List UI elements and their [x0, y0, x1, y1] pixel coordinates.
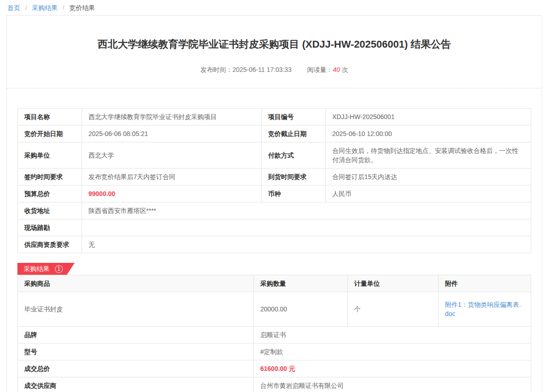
badge-label: 采购结果 [24, 265, 49, 272]
budget-total-value: 99000.00 [82, 185, 262, 202]
field-value: XDJJ-HW-202506001 [326, 109, 531, 125]
column-header-attachment: 附件 [439, 275, 531, 292]
field-label: 预算总价 [18, 185, 82, 202]
table-row: 供应商资质要求 无 [18, 236, 531, 253]
breadcrumb-separator: / [63, 4, 65, 11]
table-row: 预算总价 99000.00 币种 人民币 [18, 185, 531, 202]
table-header-row: 采购商品 采购数量 计量单位 附件 [18, 275, 531, 292]
publish-time-value: 2025-06-11 17:03:33 [232, 66, 291, 73]
field-label: 供应商资质要求 [18, 236, 82, 253]
procurement-result-badge: 采购结果 1 [17, 263, 75, 275]
breadcrumb-home-link[interactable]: 首页 [7, 4, 20, 11]
page-title: 西北大学继续教育学院毕业证书封皮采购项目 (XDJJ-HW-202506001)… [36, 38, 513, 51]
views-label: 阅读量： [307, 66, 333, 73]
field-value: 2025-06-10 12:00:00 [326, 125, 531, 142]
table-row: 型号 #定制款 [18, 343, 531, 360]
field-value: 陕西省西安市雁塔区**** [82, 202, 531, 219]
column-header-quantity: 采购数量 [254, 275, 348, 292]
field-label: 采购单位 [18, 142, 82, 169]
field-value: 发布竞价结果后7天内签订合同 [82, 169, 262, 185]
field-value: #定制款 [254, 343, 531, 360]
table-row: 收货地址 陕西省西安市雁塔区**** [18, 202, 531, 219]
announcement-card: 西北大学继续教育学院毕业证书封皮采购项目 (XDJJ-HW-202506001)… [6, 15, 542, 392]
breadcrumb-procurement-results-link[interactable]: 采购结果 [32, 4, 58, 11]
breadcrumb-separator: / [25, 4, 27, 11]
field-value: 合同签订后15天内送达 [326, 169, 531, 185]
product-quantity: 20000.00 [254, 292, 348, 327]
procurement-result-table: 采购商品 采购数量 计量单位 附件 毕业证书封皮 20000.00 个 附件1：… [17, 275, 531, 392]
field-label: 签约时间要求 [18, 169, 82, 185]
views-unit: 次 [342, 66, 348, 73]
table-row: 成交供应商 台州市黄岩启顺证书有限公司 [18, 377, 531, 392]
field-label: 项目编号 [262, 109, 326, 125]
views-count: 40 [333, 66, 340, 73]
field-label: 到货时间要求 [262, 169, 326, 185]
table-row: 品牌 启顺证书 [18, 327, 531, 343]
attachment-link[interactable]: 附件1：货物类响应偏离表.doc [445, 301, 521, 317]
product-unit: 个 [348, 292, 439, 327]
field-label: 项目名称 [18, 109, 82, 125]
column-header-unit: 计量单位 [348, 275, 439, 292]
field-label: 币种 [262, 185, 326, 202]
product-name: 毕业证书封皮 [18, 292, 254, 327]
publish-time-label: 发布时间： [200, 66, 232, 73]
table-row: 签约时间要求 发布竞价结果后7天内签订合同 到货时间要求 合同签订后15天内送达 [18, 169, 531, 185]
field-label: 现场踏勘 [18, 219, 82, 236]
field-label: 成交供应商 [18, 377, 254, 392]
field-value [82, 219, 531, 236]
field-value: 人民币 [326, 185, 531, 202]
table-row: 竞价开始日期 2025-06-06 08:05:21 竞价截止日期 2025-0… [18, 125, 531, 142]
field-value: 合同生效后，待货物到达指定地点、安装调试验收合格后，一次性付清合同货款。 [326, 142, 531, 169]
field-label: 竞价截止日期 [262, 125, 326, 142]
field-value: 2025-06-06 08:05:21 [82, 125, 262, 142]
project-info-table: 项目名称 西北大学继续教育学院毕业证书封皮采购项目 项目编号 XDJJ-HW-2… [17, 108, 531, 253]
publish-meta: 发布时间：2025-06-11 17:03:33阅读量：40次 [17, 66, 531, 74]
field-label: 收货地址 [18, 202, 82, 219]
deal-total-price: 61600.00 元 [254, 360, 531, 377]
field-value: 西北大学 [82, 142, 262, 169]
field-value: 台州市黄岩启顺证书有限公司 [254, 377, 531, 392]
field-value: 西北大学继续教育学院毕业证书封皮采购项目 [82, 109, 262, 125]
breadcrumb-current-bidding-results: 竞价结果 [69, 4, 95, 11]
field-label: 付款方式 [262, 142, 326, 169]
field-value: 启顺证书 [254, 327, 531, 343]
table-row: 成交总价 61600.00 元 [18, 360, 531, 377]
breadcrumb: 首页 / 采购结果 / 竞价结果 [0, 0, 555, 15]
table-row: 采购单位 西北大学 付款方式 合同生效后，待货物到达指定地点、安装调试验收合格后… [18, 142, 531, 169]
field-value: 无 [82, 236, 531, 253]
table-row: 现场踏勘 [18, 219, 531, 236]
field-label: 竞价开始日期 [18, 125, 82, 142]
field-label: 成交总价 [18, 360, 254, 377]
field-label: 型号 [18, 343, 254, 360]
table-row: 毕业证书封皮 20000.00 个 附件1：货物类响应偏离表.doc [18, 292, 531, 327]
divider [7, 88, 542, 88]
table-row: 项目名称 西北大学继续教育学院毕业证书封皮采购项目 项目编号 XDJJ-HW-2… [18, 109, 531, 125]
field-label: 品牌 [18, 327, 254, 343]
column-header-product: 采购商品 [18, 275, 254, 292]
badge-count: 1 [55, 265, 63, 273]
